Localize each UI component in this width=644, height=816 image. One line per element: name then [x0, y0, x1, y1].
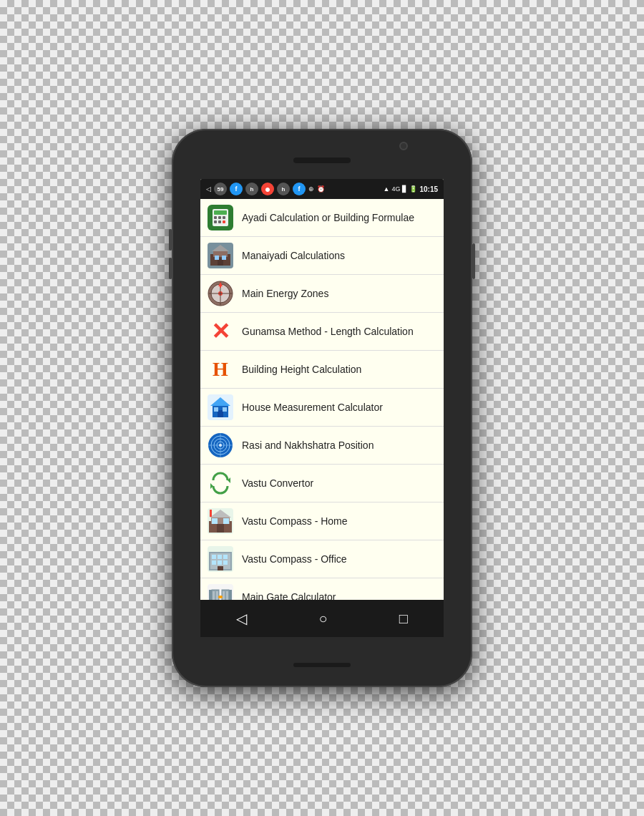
battery-icon: 🔋 [409, 185, 417, 193]
notif-fb2: f [293, 183, 306, 195]
vastu-office-label: Vastu Compass - Office [242, 553, 347, 565]
svg-rect-8 [223, 220, 225, 223]
svg-rect-3 [214, 216, 217, 219]
front-camera [399, 142, 408, 150]
energy-zones-label: Main Energy Zones [242, 287, 328, 300]
menu-list[interactable]: Ayadi Calculation or Building Formulae [200, 199, 444, 601]
svg-rect-14 [215, 256, 219, 260]
gunamsa-icon: ✕ [208, 319, 233, 344]
list-item-manaiyadi[interactable]: Manaiyadi Calculations [200, 237, 444, 275]
svg-rect-42 [217, 524, 224, 533]
ayadi-icon [208, 205, 233, 230]
h-symbol: H [213, 358, 228, 381]
svg-rect-7 [218, 220, 221, 223]
signal-icon: ▲ [383, 185, 389, 193]
list-item-vastu-home[interactable]: Vastu Compass - Home [200, 502, 444, 540]
list-item-energy-zones[interactable]: Main Energy Zones [200, 275, 444, 313]
bottom-navigation: ◁ ○ □ [200, 600, 444, 637]
building-height-icon: H [208, 356, 233, 382]
notif-yt: ● [261, 183, 274, 195]
svg-rect-54 [223, 560, 228, 565]
phone-device: ◁ 59 f h ● h f ⊕ ⏰ ▲ 4G ▊ 🔋 10:15 [172, 129, 472, 687]
svg-rect-27 [214, 407, 218, 412]
vastu-office-icon [208, 546, 233, 572]
svg-rect-55 [218, 566, 223, 570]
phone-screen: ◁ 59 f h ● h f ⊕ ⏰ ▲ 4G ▊ 🔋 10:15 [200, 179, 444, 601]
status-left: ◁ 59 f h ● h f ⊕ ⏰ [206, 183, 325, 195]
status-right: ▲ 4G ▊ 🔋 10:15 [383, 185, 438, 193]
signal-bars: ▊ [402, 185, 407, 193]
rasi-icon [208, 432, 233, 458]
back-icon: ◁ [206, 185, 211, 193]
building-height-label: Building Height Calculation [242, 363, 361, 376]
speaker [293, 157, 351, 163]
svg-rect-2 [214, 210, 227, 215]
svg-point-66 [220, 596, 223, 598]
list-item-vastu-convertor[interactable]: Vastu Convertor [200, 465, 444, 502]
svg-rect-28 [223, 407, 227, 412]
ayadi-label: Ayadi Calculation or Building Formulae [242, 211, 414, 224]
svg-rect-50 [218, 555, 222, 559]
back-button[interactable]: ◁ [236, 610, 247, 627]
notif-h1: h [245, 183, 258, 195]
list-item-rasi[interactable]: Rasi and Nakhshatra Position [200, 427, 444, 465]
vastu-convertor-label: Vastu Convertor [242, 477, 313, 490]
notif-fb: f [230, 183, 243, 195]
rasi-label: Rasi and Nakhshatra Position [242, 439, 374, 452]
power-button[interactable] [472, 243, 475, 279]
home-icon: ○ [318, 611, 327, 627]
wifi-icon: ⊕ [308, 185, 314, 193]
recent-icon: □ [399, 611, 408, 627]
volume-down-button[interactable] [169, 258, 172, 279]
svg-rect-6 [214, 220, 217, 223]
back-icon: ◁ [236, 610, 247, 627]
list-item-vastu-office[interactable]: Vastu Compass - Office [200, 540, 444, 578]
list-item-main-gate[interactable]: Main Gate Calculator [200, 578, 444, 601]
gunamsa-label: Gunamsa Method - Length Calculation [242, 325, 414, 338]
recent-apps-button[interactable]: □ [399, 611, 408, 627]
clock: 10:15 [419, 185, 438, 193]
manaiyadi-label: Manaiyadi Calculations [242, 249, 345, 262]
list-item-house-measurement[interactable]: House Measurement Calculator [200, 389, 444, 427]
network-type: 4G [391, 185, 400, 193]
svg-rect-15 [222, 256, 226, 260]
svg-rect-49 [212, 555, 216, 559]
svg-rect-4 [218, 216, 221, 219]
vastu-convertor-icon [208, 470, 233, 496]
svg-rect-26 [218, 410, 223, 417]
alarm-icon: ⏰ [317, 185, 325, 193]
bottom-bar [293, 663, 351, 667]
vastu-home-icon [208, 508, 233, 534]
list-item-building-height[interactable]: H Building Height Calculation [200, 351, 444, 389]
cross-symbol: ✕ [211, 320, 230, 343]
svg-rect-44 [223, 518, 229, 524]
energy-zones-icon [208, 281, 233, 306]
manaiyadi-icon [208, 243, 233, 268]
list-item-gunamsa[interactable]: ✕ Gunamsa Method - Length Calculation [200, 313, 444, 351]
notif-h2: h [277, 183, 290, 195]
house-measurement-icon [208, 394, 233, 420]
main-gate-icon [208, 584, 233, 601]
svg-rect-45 [210, 510, 212, 517]
svg-rect-5 [223, 216, 225, 219]
home-button[interactable]: ○ [318, 611, 327, 627]
svg-rect-43 [212, 518, 218, 524]
vastu-home-label: Vastu Compass - Home [242, 515, 348, 528]
volume-up-button[interactable] [169, 229, 172, 251]
svg-rect-52 [212, 560, 216, 565]
notif-count: 59 [214, 183, 227, 195]
svg-rect-51 [223, 555, 228, 559]
house-measurement-label: House Measurement Calculator [242, 401, 383, 414]
calculator-svg [208, 205, 233, 230]
list-item-ayadi[interactable]: Ayadi Calculation or Building Formulae [200, 199, 444, 237]
svg-rect-53 [218, 560, 222, 565]
status-bar: ◁ 59 f h ● h f ⊕ ⏰ ▲ 4G ▊ 🔋 10:15 [200, 179, 444, 199]
